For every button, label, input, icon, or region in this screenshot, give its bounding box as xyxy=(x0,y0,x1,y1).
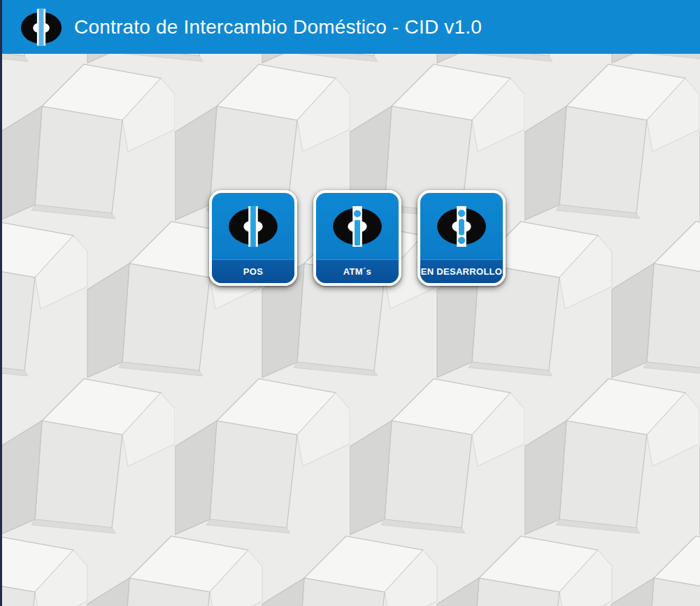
card-label: POS xyxy=(212,259,294,283)
card-label: EN DESARROLLO xyxy=(420,259,503,283)
card-label: ATM´s xyxy=(316,259,399,283)
card-en-desarrollo-icon-area xyxy=(420,193,503,259)
cid-logo-icon xyxy=(20,8,63,46)
main-area: POS ATM´s xyxy=(0,54,700,606)
page-left-edge xyxy=(0,0,2,606)
geometric-wallpaper xyxy=(0,54,700,606)
card-atms[interactable]: ATM´s xyxy=(313,190,401,286)
app-header: Contrato de Intercambio Doméstico - CID … xyxy=(0,0,700,54)
card-pos-icon-area xyxy=(212,193,294,259)
launcher-cards: POS ATM´s xyxy=(209,190,506,286)
cid-bar-icon xyxy=(226,205,280,248)
card-atms-icon-area xyxy=(316,193,399,259)
cid-i-icon xyxy=(330,205,385,248)
card-pos[interactable]: POS xyxy=(209,190,297,286)
card-en-desarrollo[interactable]: EN DESARROLLO xyxy=(417,190,506,286)
page-title: Contrato de Intercambio Doméstico - CID … xyxy=(74,16,482,38)
cid-dotted-i-icon xyxy=(434,205,489,248)
